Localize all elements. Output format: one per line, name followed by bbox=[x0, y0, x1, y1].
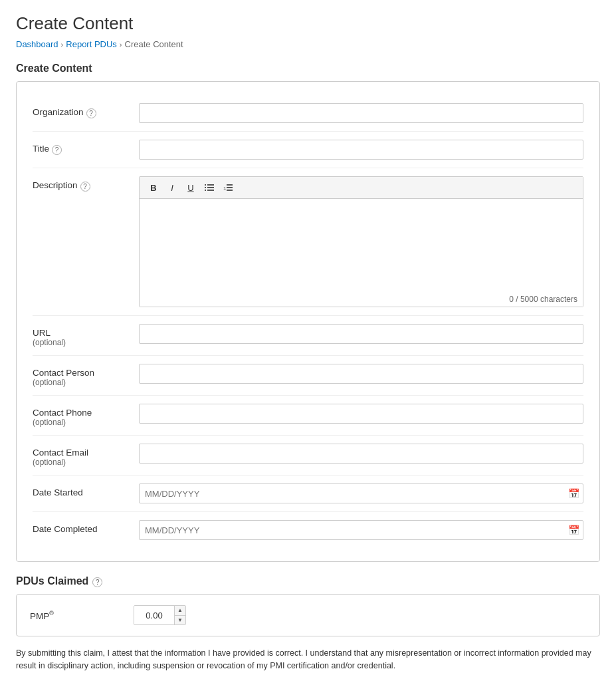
title-control bbox=[139, 140, 583, 160]
title-label: Title ? bbox=[33, 140, 139, 155]
attestation-text: By submitting this claim, I attest that … bbox=[16, 647, 600, 672]
pmp-superscript: ® bbox=[49, 610, 54, 616]
pmp-value-input[interactable] bbox=[134, 606, 174, 624]
underline-button[interactable]: U bbox=[182, 180, 199, 196]
contact-person-label: Contact Person (optional) bbox=[33, 364, 139, 387]
pmp-label: PMP® bbox=[30, 610, 123, 621]
pdus-section-title: PDUs Claimed bbox=[16, 575, 88, 587]
url-control bbox=[139, 324, 583, 344]
date-started-wrap: 📅 bbox=[139, 483, 583, 503]
create-content-card: Organization ? Title ? Description ? B I bbox=[16, 81, 600, 562]
description-row: Description ? B I U bbox=[33, 168, 583, 315]
description-control: B I U bbox=[139, 176, 583, 307]
date-started-input[interactable] bbox=[139, 483, 583, 503]
title-help-icon[interactable]: ? bbox=[52, 145, 62, 155]
date-started-row: Date Started 📅 bbox=[33, 476, 583, 511]
breadcrumb-current: Create Content bbox=[125, 39, 183, 49]
form-section-title: Create Content bbox=[16, 63, 600, 74]
pdus-section: PDUs Claimed ? PMP® ▲ ▼ bbox=[16, 575, 600, 636]
contact-person-control bbox=[139, 364, 583, 384]
bold-button[interactable]: B bbox=[145, 180, 162, 196]
svg-rect-4 bbox=[205, 190, 206, 191]
svg-rect-2 bbox=[205, 187, 206, 188]
page-title: Create Content bbox=[16, 13, 600, 34]
title-input[interactable] bbox=[139, 140, 583, 160]
url-row: URL (optional) bbox=[33, 316, 583, 355]
breadcrumb-sep-1: › bbox=[61, 41, 64, 49]
svg-rect-7 bbox=[227, 184, 233, 186]
contact-person-input[interactable] bbox=[139, 364, 583, 384]
pmp-spin-up[interactable]: ▲ bbox=[175, 606, 185, 615]
organization-label: Organization ? bbox=[33, 103, 139, 118]
organization-help-icon[interactable]: ? bbox=[86, 108, 96, 118]
svg-rect-0 bbox=[205, 184, 206, 186]
date-started-label: Date Started bbox=[33, 483, 139, 497]
svg-rect-9 bbox=[227, 190, 233, 191]
date-completed-control: 📅 bbox=[139, 520, 583, 540]
date-started-calendar-icon[interactable]: 📅 bbox=[568, 488, 579, 499]
pmp-spinner: ▲ ▼ bbox=[134, 605, 186, 625]
breadcrumb-report-pdus[interactable]: Report PDUs bbox=[66, 39, 117, 49]
title-row: Title ? bbox=[33, 132, 583, 168]
contact-phone-control bbox=[139, 404, 583, 424]
pdus-card: PMP® ▲ ▼ bbox=[16, 594, 600, 636]
date-completed-wrap: 📅 bbox=[139, 520, 583, 540]
svg-rect-8 bbox=[227, 187, 233, 188]
contact-email-row: Contact Email (optional) bbox=[33, 436, 583, 475]
organization-control bbox=[139, 103, 583, 123]
organization-row: Organization ? bbox=[33, 95, 583, 131]
svg-rect-1 bbox=[207, 184, 214, 186]
char-count: 0 / 5000 characters bbox=[140, 292, 583, 307]
contact-email-control bbox=[139, 444, 583, 464]
pmp-pdu-row: PMP® ▲ ▼ bbox=[30, 605, 586, 625]
contact-email-label: Contact Email (optional) bbox=[33, 444, 139, 467]
date-completed-input[interactable] bbox=[139, 520, 583, 540]
contact-phone-input[interactable] bbox=[139, 404, 583, 424]
date-completed-label: Date Completed bbox=[33, 520, 139, 534]
unordered-list-button[interactable] bbox=[201, 180, 218, 196]
editor-toolbar: B I U bbox=[140, 177, 583, 199]
ordered-list-button[interactable]: 1. bbox=[219, 180, 237, 196]
date-completed-row: Date Completed 📅 bbox=[33, 512, 583, 548]
date-started-control: 📅 bbox=[139, 483, 583, 503]
contact-email-input[interactable] bbox=[139, 444, 583, 464]
description-textarea[interactable] bbox=[140, 199, 583, 292]
contact-person-row: Contact Person (optional) bbox=[33, 356, 583, 395]
pmp-spin-down[interactable]: ▼ bbox=[175, 615, 185, 625]
svg-rect-5 bbox=[207, 190, 214, 191]
breadcrumb-dashboard[interactable]: Dashboard bbox=[16, 39, 58, 49]
organization-input[interactable] bbox=[139, 103, 583, 123]
description-label: Description ? bbox=[33, 176, 139, 192]
contact-phone-label: Contact Phone (optional) bbox=[33, 404, 139, 427]
pmp-spin-buttons: ▲ ▼ bbox=[174, 606, 185, 624]
description-editor: B I U bbox=[139, 176, 583, 307]
breadcrumb: Dashboard › Report PDUs › Create Content bbox=[16, 39, 600, 49]
pdus-help-icon[interactable]: ? bbox=[92, 577, 102, 587]
breadcrumb-sep-2: › bbox=[120, 41, 122, 49]
url-input[interactable] bbox=[139, 324, 583, 344]
description-help-icon[interactable]: ? bbox=[80, 182, 90, 192]
svg-rect-3 bbox=[207, 187, 214, 188]
contact-phone-row: Contact Phone (optional) bbox=[33, 396, 583, 435]
url-label: URL (optional) bbox=[33, 324, 139, 347]
italic-button[interactable]: I bbox=[163, 180, 181, 196]
date-completed-calendar-icon[interactable]: 📅 bbox=[568, 525, 579, 535]
